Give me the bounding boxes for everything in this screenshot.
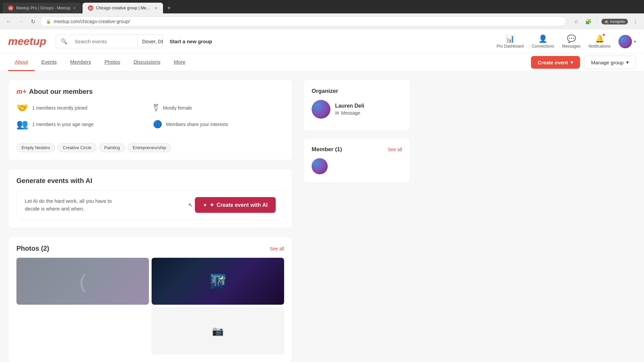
new-tab-button[interactable]: + — [164, 3, 174, 13]
manage-group-label: Manage group — [591, 60, 624, 65]
menu-icon[interactable]: ⋮ — [631, 17, 640, 26]
tab-chicago-creative[interactable]: m Chicago creative group | Meet... × — [83, 3, 163, 13]
ai-button-label: Create event with AI — [217, 202, 268, 208]
organizer-details: Lauren Deli ✉ Message — [335, 103, 364, 116]
location-input[interactable] — [137, 35, 163, 48]
tag-empty-nesters: Empty Nesters — [16, 143, 55, 152]
subnav-about[interactable]: About — [8, 54, 35, 71]
forward-button[interactable]: → — [16, 17, 25, 26]
incognito-badge: 🕵 Incognito — [601, 19, 628, 24]
message-envelope-icon: ✉ — [335, 110, 339, 116]
pro-dashboard-label: Pro Dashboard — [496, 44, 524, 49]
photo-content: 🌃 — [210, 274, 226, 289]
interests-icon: 🔵 — [153, 120, 162, 129]
start-group-button[interactable]: Start a new group — [170, 39, 212, 44]
meetup-logo[interactable]: meetup — [8, 35, 46, 48]
stat-recently-joined: 🤝 1 members recently joined — [16, 102, 148, 113]
search-icon: 🔍 — [56, 38, 70, 45]
user-avatar-wrapper[interactable]: ▾ — [619, 35, 636, 48]
about-members-card: m+ About our members 🤝 1 members recentl… — [8, 79, 292, 161]
gender-text: Mostly female — [163, 105, 192, 111]
tab-close-1[interactable]: × — [73, 5, 76, 11]
members-title: Member (1) — [312, 146, 342, 153]
photo-main[interactable]: 🌃 — [152, 258, 284, 305]
organizer-title: Organizer — [312, 88, 402, 95]
user-avatar-img — [619, 35, 632, 48]
cursor-icon: ↖ — [188, 201, 193, 209]
create-event-chevron: ▾ — [571, 59, 573, 65]
partial-curve-shape: ( — [79, 270, 86, 293]
organizer-name: Lauren Deli — [335, 103, 364, 109]
members-card: Member (1) See all — [303, 138, 411, 183]
subnav-photos[interactable]: Photos — [98, 54, 127, 71]
tab-title-1: Meetup Pro | Groups - Meetup — [16, 6, 70, 10]
members-see-all[interactable]: See all — [388, 147, 402, 152]
header-nav: 📊 Pro Dashboard 👤 Connections 💬 Messages… — [496, 35, 636, 49]
notifications-icon: 🔔 — [595, 35, 604, 43]
messages-label: Messages — [562, 44, 581, 49]
avatar-chevron: ▾ — [634, 39, 636, 44]
browser-address-bar: ← → ↻ 🔒 meetup.com/chicago-creative-grou… — [0, 13, 644, 29]
connections-icon: 👤 — [538, 35, 547, 43]
photos-section: Photos (2) See all ( 🌃 📷 — [8, 236, 292, 362]
incognito-label: Incognito — [610, 19, 625, 23]
incognito-icon: 🕵 — [604, 19, 609, 24]
tab-favicon: m — [8, 5, 13, 11]
create-event-label: Create event — [538, 60, 568, 65]
search-bar: 🔍 🔍 — [56, 35, 163, 48]
meetup-app: meetup 🔍 🔍 Start a new group 📊 Pro Dashb… — [0, 29, 644, 362]
create-event-ai-button[interactable]: ✦ Create event with AI — [195, 197, 276, 213]
manage-group-button[interactable]: Manage group ▾ — [584, 56, 636, 69]
photos-see-all[interactable]: See all — [270, 246, 284, 251]
age-group-icon: 👥 — [16, 119, 28, 130]
interest-tags: Empty Nesters Creative Circle Painting E… — [16, 143, 284, 152]
handshake-icon: 🤝 — [16, 102, 28, 113]
notifications-label: Notifications — [589, 44, 610, 49]
nav-pro-dashboard[interactable]: 📊 Pro Dashboard — [496, 35, 524, 49]
subnav-members[interactable]: Members — [63, 54, 98, 71]
notification-badge — [602, 34, 605, 36]
tab-meetup-pro[interactable]: m Meetup Pro | Groups - Meetup × — [3, 3, 81, 13]
search-input[interactable] — [70, 35, 137, 48]
browser-toolbar-icons: ☆ 🧩 🕵 Incognito ⋮ — [572, 16, 640, 27]
member-avatar-1[interactable] — [312, 158, 328, 174]
nav-messages[interactable]: 💬 Messages — [562, 35, 581, 49]
about-members-title: About our members — [29, 88, 93, 96]
organizer-info: Lauren Deli ✉ Message — [312, 100, 402, 119]
members-stats-grid: 🤝 1 members recently joined ⚧ Mostly fem… — [16, 102, 284, 130]
photo-empty[interactable]: 📷 — [152, 307, 284, 354]
camera-icon: 📷 — [212, 325, 224, 337]
toolbar-divider — [597, 16, 597, 27]
tag-creative-circle: Creative Circle — [58, 143, 96, 152]
tab-favicon-2: m — [88, 5, 93, 11]
bookmark-icon[interactable]: ☆ — [572, 17, 581, 26]
nav-connections[interactable]: 👤 Connections — [532, 35, 554, 49]
ai-sparkle-icon: ✦ — [210, 202, 214, 208]
ai-description: Let AI do the hard work, all you have to… — [25, 197, 119, 213]
sub-nav-actions: Create event ▾ Manage group ▾ — [531, 56, 636, 69]
back-button[interactable]: ← — [4, 17, 13, 26]
subnav-discussions[interactable]: Discussions — [127, 54, 167, 71]
left-column: m+ About our members 🤝 1 members recentl… — [8, 79, 292, 362]
age-range-text: 1 members in your age range — [32, 122, 94, 127]
tag-painting: Painting — [99, 143, 125, 152]
user-avatar — [619, 35, 632, 48]
photos-title: Photos (2) — [16, 245, 49, 252]
refresh-button[interactable]: ↻ — [28, 17, 38, 26]
nav-notifications[interactable]: 🔔 Notifications — [589, 35, 610, 49]
message-organizer-link[interactable]: ✉ Message — [335, 110, 364, 116]
ai-button-wrapper: ↖ ✦ Create event with AI — [195, 197, 276, 213]
url-bar[interactable]: 🔒 meetup.com/chicago-creative-group/ — [40, 16, 566, 26]
browser-tabs: m Meetup Pro | Groups - Meetup × m Chica… — [0, 0, 644, 13]
ai-section-title: Generate events with AI — [16, 177, 284, 185]
ai-box: Let AI do the hard work, all you have to… — [16, 190, 284, 220]
tab-close-2[interactable]: × — [155, 5, 158, 11]
subnav-more[interactable]: More — [167, 54, 192, 71]
extensions-icon[interactable]: 🧩 — [584, 17, 593, 26]
interests-section: Empty Nesters Creative Circle Painting E… — [16, 135, 284, 152]
organizer-card: Organizer Lauren Deli ✉ Message — [303, 79, 411, 131]
ai-section: Generate events with AI Let AI do the ha… — [8, 169, 292, 228]
meetup-m-icon: m+ — [16, 88, 26, 96]
subnav-events[interactable]: Events — [35, 54, 63, 71]
create-event-button[interactable]: Create event ▾ — [531, 56, 580, 69]
